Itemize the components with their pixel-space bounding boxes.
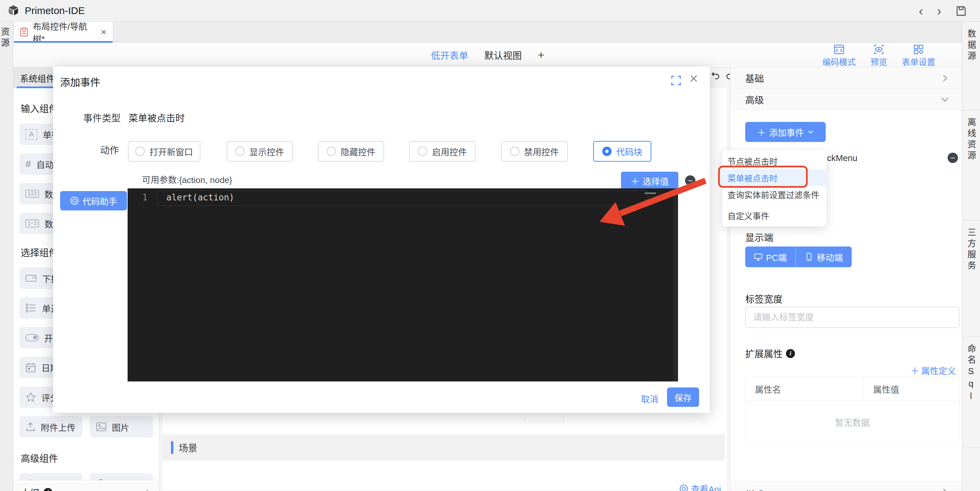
code-assistant-icon	[70, 196, 79, 205]
action-open-new-window[interactable]: 打开新窗口	[128, 141, 200, 162]
minimap	[645, 192, 656, 194]
number-range-icon: 1~3	[25, 219, 39, 227]
outline-footer[interactable]: 大纲 i	[13, 480, 159, 491]
action-hide-control[interactable]: 隐藏控件	[318, 141, 384, 162]
image-icon	[96, 422, 107, 432]
text-a-icon: A	[25, 129, 37, 140]
plus-icon: ＋	[757, 126, 765, 138]
code-editor[interactable]: 1 alert(action)	[127, 188, 678, 381]
action-disable-control[interactable]: 禁用控件	[501, 141, 568, 162]
preview-button[interactable]: 预览	[870, 44, 887, 67]
action-code-block[interactable]: 代码块	[593, 141, 651, 162]
app-title: Primeton-IDE	[25, 5, 85, 16]
section-basic[interactable]: 基础	[730, 67, 962, 89]
right-rail: 数据源 离线资源 三方服务 命名Sql	[962, 22, 980, 491]
chevron-down-icon	[807, 129, 814, 135]
radio-icon	[510, 147, 519, 156]
prop-define-link[interactable]: ＋ 属性定义	[910, 364, 956, 377]
add-view-icon[interactable]: +	[538, 48, 544, 62]
event-type-menu: 节点被点击时 菜单被点击时 查询实体前设置过滤条件 自定义事件	[722, 150, 826, 226]
scene-title: 场景	[179, 441, 197, 454]
nav-back-icon[interactable]: ‹	[919, 5, 923, 17]
mode-toolbar: 编码模式 预览 表单设置	[822, 44, 935, 67]
tab-lowcode-form[interactable]: 低开表单	[431, 48, 468, 62]
rail-tab-resources[interactable]: 资源	[2, 27, 11, 49]
section-advanced[interactable]: 高级	[730, 89, 962, 110]
menu-item-filter-before-query[interactable]: 查询实体前设置过滤条件	[722, 186, 826, 203]
sidebar-tab-system-components[interactable]: 系统组件	[20, 72, 55, 84]
display-side-segment: PC端 移动端	[745, 246, 852, 267]
switch-icon	[25, 334, 39, 342]
save-button[interactable]: 保存	[667, 388, 699, 407]
display-side-label: 显示端	[745, 230, 773, 244]
fullscreen-icon[interactable]	[671, 75, 681, 86]
section-advanced-components: 高级组件	[21, 451, 153, 465]
property-panel: 基础 高级 ＋ 添加事件 ckMenu − 显示端 PC端	[730, 67, 962, 491]
form-settings-button[interactable]: 表单设置	[902, 44, 935, 67]
document-icon	[20, 27, 28, 37]
plus-icon: ＋	[910, 364, 919, 377]
label-width-input[interactable]	[745, 307, 959, 328]
rail-tab-third-party-services[interactable]: 三方服务	[962, 221, 980, 337]
upload-icon	[25, 422, 35, 432]
select-value-button[interactable]: ＋ 选择值	[621, 172, 678, 190]
action-label: 动作	[100, 143, 119, 156]
view-api-link[interactable]: 查看Api	[679, 482, 721, 491]
mobile-side-button[interactable]: 移动端	[796, 246, 852, 267]
remove-code-block-icon[interactable]: −	[685, 175, 695, 186]
menu-item-menu-clicked[interactable]: 菜单被点击时	[722, 169, 826, 186]
chevron-right-icon	[940, 488, 949, 491]
left-rail: 资源	[0, 22, 13, 491]
document-tab-label: 布局控件/导航树*	[33, 20, 94, 44]
scene-section-bar[interactable]: 场景	[162, 434, 725, 461]
radio-selected-icon	[602, 147, 612, 156]
menu-item-node-clicked[interactable]: 节点被点击时	[722, 153, 826, 169]
save-icon[interactable]	[955, 5, 967, 17]
modal-title: 添加事件	[60, 74, 100, 89]
pc-side-button[interactable]: PC端	[745, 246, 796, 267]
editor-scrollbar[interactable]	[673, 188, 678, 381]
add-event-modal: 添加事件 × 事件类型 菜单被点击时 动作 打开新窗口 显示控件 隐藏控件 启用…	[53, 67, 710, 413]
label-width-label: 标签宽度	[745, 292, 783, 305]
plus-icon: ＋	[631, 175, 639, 187]
rail-tab-offline-resources[interactable]: 离线资源	[962, 110, 980, 221]
component-attachment-upload[interactable]: 附件上传	[19, 416, 83, 437]
event-name-fragment: ckMenu	[827, 153, 858, 163]
modal-close-icon[interactable]: ×	[689, 70, 698, 87]
code-mode-button[interactable]: 编码模式	[822, 44, 856, 67]
monitor-icon	[754, 253, 762, 261]
hash-icon: #	[25, 158, 31, 170]
radio-icon	[418, 147, 427, 156]
menu-item-custom-event[interactable]: 自定义事件	[722, 207, 826, 224]
number-123-icon: 123	[25, 190, 39, 198]
section-style[interactable]: 样式	[730, 481, 962, 491]
add-event-button[interactable]: ＋ 添加事件	[745, 122, 826, 142]
outline-info-icon: i	[43, 488, 52, 491]
ext-props-info-icon: i	[786, 349, 795, 358]
menu-divider	[722, 205, 826, 205]
action-show-control[interactable]: 显示控件	[227, 141, 293, 162]
calendar-icon	[25, 362, 36, 373]
undo-icon[interactable]	[710, 71, 721, 81]
remove-event-icon[interactable]: −	[948, 153, 958, 163]
form-subheader: 低开表单 默认视图 + 编码模式 预览	[13, 43, 962, 67]
event-type-value: 菜单被点击时	[129, 111, 185, 124]
app-topbar: Primeton-IDE ‹ ›	[0, 0, 980, 22]
action-enable-control[interactable]: 启用控件	[409, 141, 476, 162]
chevron-down-icon	[940, 95, 949, 104]
rail-tab-datasource[interactable]: 数据源	[962, 22, 980, 110]
ext-props-table: 属性名 属性值 暂无数据	[745, 377, 959, 443]
form-settings-icon	[913, 44, 924, 55]
tab-default-view[interactable]: 默认视图	[484, 48, 522, 62]
phone-icon	[805, 253, 813, 261]
preview-eye-icon	[873, 44, 884, 55]
col-prop-name: 属性名	[746, 377, 864, 400]
nav-forward-icon[interactable]: ›	[937, 5, 941, 17]
tab-close-icon[interactable]: ×	[100, 26, 107, 38]
line-number: 1	[142, 192, 148, 202]
cancel-button[interactable]: 取消	[641, 392, 659, 405]
component-image[interactable]: 图片	[90, 416, 153, 437]
code-assistant-button[interactable]: 代码助手	[60, 191, 127, 210]
rail-tab-named-sql[interactable]: 命名Sql	[962, 337, 980, 448]
document-tab[interactable]: 布局控件/导航树* ×	[14, 22, 113, 43]
